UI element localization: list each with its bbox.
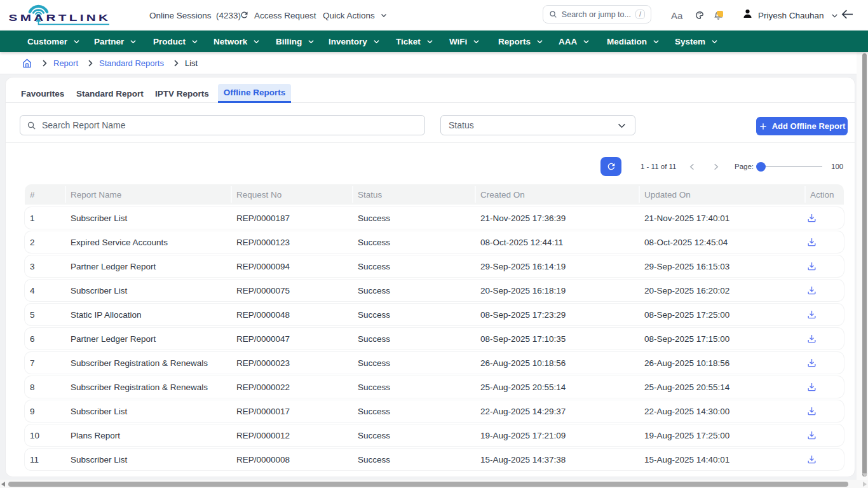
svg-text:SMARTLINK: SMARTLINK xyxy=(9,13,111,23)
